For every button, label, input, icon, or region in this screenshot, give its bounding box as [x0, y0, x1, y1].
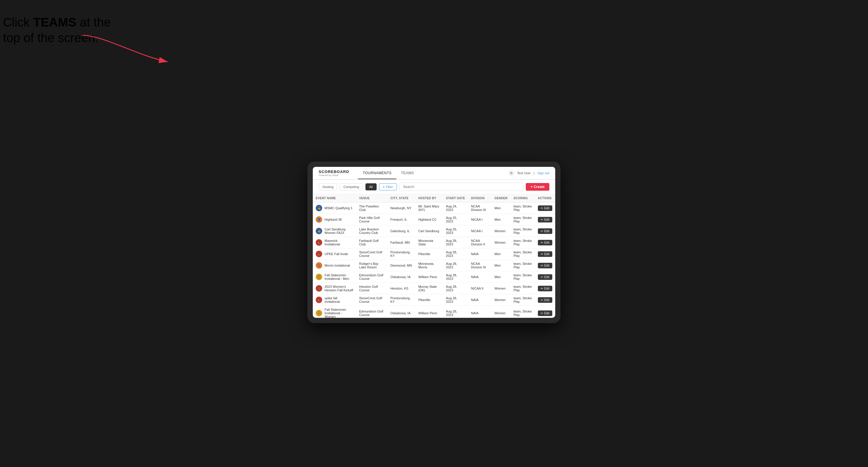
edit-button[interactable]: ✏ Edit [538, 274, 552, 280]
edit-button[interactable]: ✏ Edit [538, 310, 552, 316]
cell-hosted-by: Minnesota-Morris [415, 260, 443, 271]
event-name-text: Maverick Invitational [324, 239, 353, 246]
cell-gender: Men [492, 271, 511, 283]
event-name-text: Fall Statesmen Invitational - Men [324, 273, 353, 280]
cell-venue: Park Hills Golf Course [356, 214, 388, 225]
cell-city-state: Galesburg, IL [388, 225, 415, 237]
col-event-name: EVENT NAME [313, 194, 356, 203]
create-button[interactable]: + Create [526, 183, 549, 191]
tab-tournaments[interactable]: TOURNAMENTS [358, 167, 396, 179]
edit-button[interactable]: ✏ Edit [538, 228, 552, 234]
cell-division: NAIA [468, 271, 492, 283]
edit-button[interactable]: ✏ Edit [538, 251, 552, 257]
cell-city-state: Freeport, IL [388, 214, 415, 225]
cell-city-state: Deerwood, MN [388, 260, 415, 271]
cell-start-date: Aug 28, 2023 [443, 237, 468, 248]
cell-event-name: 🦁 Fall Statesmen Invitational - Men [313, 271, 356, 283]
edit-button[interactable]: ✏ Edit [538, 286, 552, 291]
cell-city-state: Hesston, KS [388, 283, 415, 294]
cell-city-state: Prestonsburg, KY [388, 294, 415, 306]
device-screen: SCOREBOARD Powered by Clippit TOURNAMENT… [313, 167, 555, 318]
col-city-state: CITY, STATE [388, 194, 415, 203]
cell-venue: Hesston Golf Course [356, 283, 388, 294]
edit-label: Edit [544, 207, 549, 210]
event-icon: ⛳ [316, 228, 322, 234]
all-button[interactable]: All [366, 183, 377, 190]
cell-scoring: team, Stroke Play [510, 283, 535, 294]
edit-label: Edit [544, 264, 549, 267]
edit-label: Edit [544, 287, 549, 290]
cell-division: NAIA [468, 248, 492, 260]
cell-gender: Men [492, 203, 511, 214]
cell-hosted-by: William Penn [415, 306, 443, 318]
table-row: 🐻 2023 Women's Hesston Fall Kickoff Hess… [313, 283, 555, 294]
cell-division: NICAA I [468, 225, 492, 237]
cell-gender: Women [492, 225, 511, 237]
cell-division: NCAA Division II [468, 237, 492, 248]
cell-start-date: Aug 28, 2023 [443, 271, 468, 283]
event-name-text: Fall Statesmen Invitational - Women [324, 308, 353, 318]
competing-button[interactable]: Competing [340, 183, 363, 190]
nav-right: ⚙ Test User | Sign out [509, 170, 549, 176]
event-icon: ⛳ [316, 205, 322, 211]
cell-event-name: 🦅 Maverick Invitational [313, 237, 356, 248]
cell-scoring: team, Stroke Play [510, 225, 535, 237]
cell-gender: Women [492, 283, 511, 294]
cell-start-date: Aug 28, 2023 [443, 283, 468, 294]
cell-hosted-by: Minnesota State [415, 237, 443, 248]
col-division: DIVISION [468, 194, 492, 203]
edit-label: Edit [544, 299, 549, 302]
edit-label: Edit [544, 252, 549, 256]
cell-actions: ✏ Edit [535, 271, 555, 283]
edit-button[interactable]: ✏ Edit [538, 240, 552, 245]
hosting-button[interactable]: Hosting [319, 183, 337, 190]
event-name-text: Highland 36 [324, 218, 342, 221]
event-icon: 🦅 [316, 297, 322, 303]
cell-start-date: Aug 25, 2023 [443, 214, 468, 225]
cell-event-name: 👤 Highland 36 [313, 214, 356, 225]
filter-button[interactable]: ≡ Filter [379, 183, 397, 190]
device-frame: SCOREBOARD Powered by Clippit TOURNAMENT… [308, 161, 560, 323]
edit-button[interactable]: ✏ Edit [538, 297, 552, 303]
tab-teams[interactable]: TEAMS [396, 167, 419, 179]
cell-event-name: 🐾 Morris Invitational [313, 260, 356, 271]
cell-event-name: 🐻 2023 Women's Hesston Fall Kickoff [313, 283, 356, 294]
edit-label: Edit [544, 218, 549, 221]
logo-subtitle: Powered by Clippit [319, 174, 349, 177]
col-start-date: START DATE [443, 194, 468, 203]
cell-city-state: Oskaloosa, IA [388, 306, 415, 318]
cell-start-date: Aug 26, 2023 [443, 225, 468, 237]
event-name-text: Morris Invitational [324, 264, 350, 267]
col-gender: GENDER [492, 194, 511, 203]
cell-venue: Ruttger's Bay Lake Resort [356, 260, 388, 271]
edit-button[interactable]: ✏ Edit [538, 206, 552, 211]
cell-venue: StoneCrest Golf Course [356, 248, 388, 260]
user-name: Test User [517, 171, 530, 175]
table-row: 👤 Highland 36 Park Hills Golf Course Fre… [313, 214, 555, 225]
filter-label: Filter [386, 185, 393, 189]
cell-hosted-by: Murray State (OK) [415, 283, 443, 294]
event-icon: 🦅 [316, 239, 322, 246]
cell-scoring: team, Stroke Play [510, 203, 535, 214]
table-row: 🦅 Maverick Invitational Faribault Golf C… [313, 237, 555, 248]
cell-division: NICAA II [468, 283, 492, 294]
table-header-row: EVENT NAME VENUE CITY, STATE HOSTED BY S… [313, 194, 555, 203]
col-scoring: SCORING [510, 194, 535, 203]
edit-button[interactable]: ✏ Edit [538, 263, 552, 268]
settings-icon[interactable]: ⚙ [509, 170, 514, 176]
cell-start-date: Aug 28, 2023 [443, 248, 468, 260]
cell-event-name: ⛳ MSMC Qualifying 1 [313, 203, 356, 214]
event-name-text: upike fall invitational [324, 296, 353, 303]
table-row: 🦅 upike fall invitational StoneCrest Gol… [313, 294, 555, 306]
edit-button[interactable]: ✏ Edit [538, 217, 552, 222]
edit-icon: ✏ [541, 252, 543, 256]
cell-scoring: team, Stroke Play [510, 294, 535, 306]
cell-gender: Women [492, 306, 511, 318]
cell-event-name: 🦁 Fall Statesmen Invitational - Women [313, 306, 356, 318]
cell-hosted-by: Mt. Saint Mary (NY) [415, 203, 443, 214]
search-input[interactable] [399, 183, 524, 191]
cell-venue: Edmundson Golf Course [356, 271, 388, 283]
event-icon: 🐻 [316, 285, 322, 291]
signout-link[interactable]: Sign out [537, 171, 549, 175]
event-name-text: 2023 Women's Hesston Fall Kickoff [324, 285, 353, 292]
